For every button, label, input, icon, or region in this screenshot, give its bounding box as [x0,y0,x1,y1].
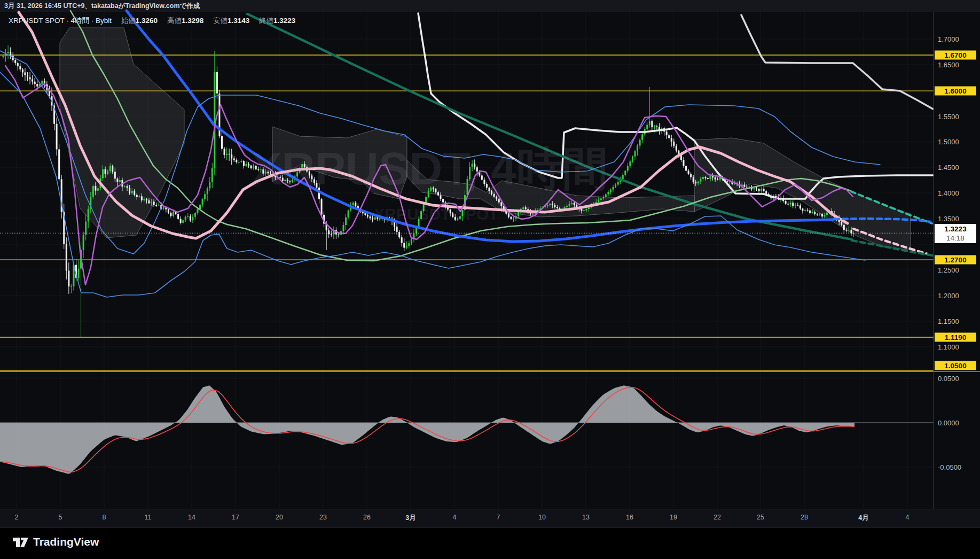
candle [32,79,33,81]
candle [673,142,675,146]
candle [817,214,818,214]
candle [510,217,512,219]
candle [364,213,366,215]
candle [36,84,38,87]
candle [821,214,823,216]
candle [97,188,99,190]
candle [214,72,215,168]
candle [182,220,184,223]
time-axis-label: 28 [801,514,808,521]
candle [367,215,369,216]
candle [843,225,845,230]
candle [411,239,412,243]
candle [525,207,527,209]
candle [566,206,568,207]
candle [328,230,330,234]
candle [221,136,223,149]
candle [151,201,152,203]
candle [697,182,699,183]
price-axis-label: 0.0000 [938,419,959,427]
watermark-symbol: XRPUSDT, 4時間 [251,138,608,200]
candle [710,176,711,179]
candle [163,207,164,208]
candle [236,160,237,162]
candle [231,154,232,159]
candle [812,212,813,213]
candle [70,286,72,287]
candle [246,164,247,166]
candle [613,187,614,190]
candle [403,243,405,247]
candle [702,177,704,179]
candle [700,179,701,182]
candle [321,199,323,215]
price-axis-label: 1.2500 [938,266,959,274]
candle [229,154,230,154]
candle [129,188,130,193]
candle [3,56,4,57]
candle [559,208,560,209]
candle [629,161,631,166]
candle [627,166,629,171]
candle [190,216,191,221]
candle [571,203,573,204]
price-axis-label: 1.3500 [938,215,959,223]
candle [109,166,111,171]
legend-symbol-text[interactable]: XRPUSDT SPOT · 4時間 · Bybit [9,17,112,25]
candle [155,205,157,206]
candle [680,156,682,160]
candle [116,178,118,182]
level-price-badge: 1.6000 [935,87,976,96]
time-axis-label: 7 [497,514,500,521]
chart-canvas[interactable] [0,0,980,559]
candle [24,73,26,75]
candle [824,215,825,216]
candle [148,200,150,203]
candle [92,186,94,197]
candle [19,66,21,69]
candle [500,203,502,206]
candle [226,154,228,155]
candle [756,188,757,189]
candle [209,182,210,188]
tradingview-logo-icon[interactable] [12,534,31,550]
candle [532,214,534,214]
candle [649,121,650,125]
time-axis-label: 16 [626,514,633,521]
candle [136,195,138,197]
level-price-badge: 1.1190 [935,333,976,342]
candle [634,151,636,157]
candle [187,216,189,217]
candle [845,230,847,230]
candle [848,230,850,230]
candle [841,222,842,224]
symbol-legend[interactable]: XRPUSDT SPOT · 4時間 · Bybit 始値1.3260 高値1.… [9,16,295,26]
time-axis[interactable]: 2581114172023263月47101316192225284月4 [0,509,980,528]
candle [207,189,208,195]
tradingview-brand-text[interactable]: TradingView [33,535,99,548]
candle [549,204,551,205]
candle [576,205,577,207]
price-axis-label: 1.5000 [938,138,959,146]
candle [763,189,765,191]
candle [693,177,694,183]
level-price-badge: 1.6700 [935,51,976,60]
candle [338,235,339,235]
current-price-badge: 1.322314:18 [935,224,976,243]
candle [814,212,816,214]
candle [224,149,225,155]
candle [29,77,31,80]
time-axis-label: 10 [538,514,546,521]
candle [352,203,354,205]
time-axis-label: 4 [906,514,910,521]
candle [348,211,349,218]
candle [656,126,657,127]
time-axis-label: 2 [15,514,19,521]
candle [715,177,716,180]
price-axis-label: 1.6500 [938,61,959,69]
candle [88,209,89,222]
candle [197,209,199,213]
candle [202,199,203,205]
candle [552,204,553,205]
candle [685,166,687,171]
